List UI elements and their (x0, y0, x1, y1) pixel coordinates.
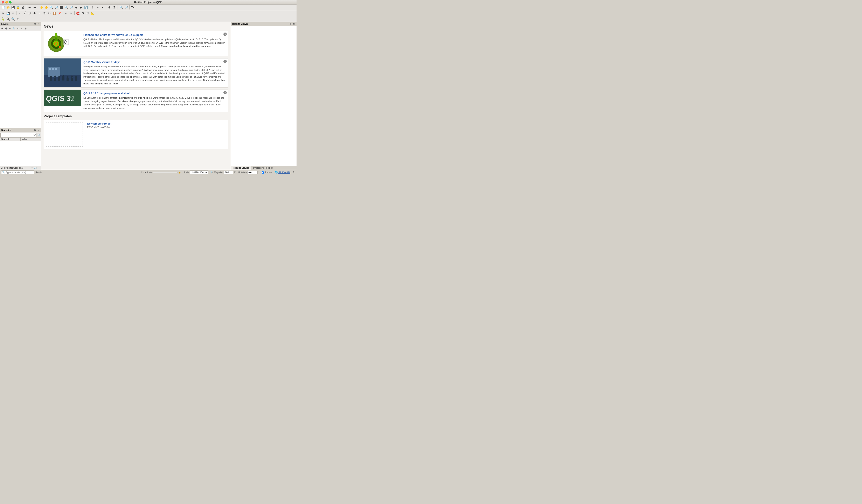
save-project-button[interactable]: 💾 (11, 5, 15, 10)
svg-rect-12 (52, 68, 54, 70)
pan-map-button[interactable]: 🖐 (44, 5, 49, 10)
locator-bar[interactable]: 🔍 (1, 171, 34, 174)
stats-reset-icon[interactable]: ↩ (30, 167, 33, 169)
new-project-button[interactable]: 📄 (1, 5, 5, 10)
save-edits[interactable]: 💾 (6, 11, 10, 15)
zoom-in-button[interactable]: 🔍 (49, 5, 54, 10)
open-project-button[interactable]: 📂 (6, 5, 10, 10)
zoom-last-button[interactable]: ◀ (74, 5, 78, 10)
edit-icon[interactable]: ✏ (16, 17, 20, 21)
stats-close-icon[interactable]: ✕ (37, 129, 40, 132)
magnifier-input[interactable] (224, 171, 233, 174)
tab-processing-toolbox[interactable]: Processing Toolbox (251, 166, 275, 170)
undo-button[interactable]: ↩ (27, 5, 32, 10)
cut-features[interactable]: ✂ (47, 11, 52, 15)
svg-text:QGIS 3.: QGIS 3. (46, 94, 73, 103)
layers-close-icon[interactable]: ✕ (37, 23, 40, 25)
statistics-content (0, 141, 41, 166)
tab-results-viewer[interactable]: Results Viewer (231, 166, 251, 170)
news-item-3[interactable]: QGIS 3. 1 QGIS 3.14 Changelog now availa… (44, 90, 228, 112)
coordinate-icon[interactable]: 🔒 (178, 171, 181, 174)
stats-layer-select[interactable] (0, 133, 37, 137)
maximize-button[interactable] (9, 1, 12, 3)
manage-layer[interactable]: ⚙ (8, 27, 12, 30)
snapping-options[interactable]: ⚙ (80, 11, 85, 15)
add-group[interactable]: ➕ (4, 27, 8, 30)
minimize-button[interactable] (5, 1, 8, 3)
magnifier-label: Magnifier (214, 171, 223, 174)
advanced-dig[interactable]: 📐 (90, 11, 95, 15)
node-tool[interactable]: ⬦ (37, 11, 42, 15)
digitize-shape[interactable]: ⬠ (86, 11, 90, 15)
stats-minus-icon[interactable]: — (37, 167, 40, 169)
zoom-button[interactable]: 🔎 (124, 5, 128, 10)
search-icon[interactable]: 🔍 (11, 17, 15, 21)
remove-layer[interactable]: 🗑 (24, 27, 28, 30)
python-console[interactable]: 🐍 (1, 17, 5, 21)
plugin-manager[interactable]: 🔌 (6, 17, 10, 21)
template-name-1: New Empty Project (87, 122, 112, 125)
rollback-edits[interactable]: ↩ (11, 11, 15, 15)
svg-point-16 (58, 76, 60, 78)
rotation-input[interactable] (247, 171, 258, 174)
template-item-1[interactable]: New Empty Project EPSG:4326 - WGS 84 (44, 120, 228, 149)
zoom-layer-button[interactable]: 🔍 (64, 5, 68, 10)
stats-button[interactable]: Σ (112, 5, 117, 10)
news-container[interactable]: News (41, 22, 231, 170)
move-feature[interactable]: ✚ (32, 11, 37, 15)
stats-refresh-icon[interactable]: 🔄 (37, 133, 41, 137)
paste-features[interactable]: 📌 (57, 11, 62, 15)
snapping-toggle[interactable]: 🧲 (76, 11, 80, 15)
svg-point-4 (59, 46, 61, 48)
text-button[interactable]: T▾ (131, 5, 135, 10)
zoom-selection-button[interactable]: ⬛ (59, 5, 63, 10)
render-checkbox[interactable] (262, 171, 264, 174)
zoom-full-button[interactable]: 🔎 (69, 5, 73, 10)
settings-button[interactable]: ⚙ (107, 5, 112, 10)
select-button[interactable]: ↗ (95, 5, 100, 10)
print-button[interactable]: 🖨 (21, 5, 25, 10)
locator-input[interactable] (6, 171, 35, 174)
delete-selected[interactable]: 🗑 (42, 11, 47, 15)
copy-features[interactable]: 📋 (52, 11, 57, 15)
scale-select[interactable]: 1:44781436 (190, 171, 208, 174)
magnifier-percent: % (234, 171, 236, 174)
layers-content (0, 31, 41, 128)
close-button[interactable] (2, 1, 4, 3)
news-item-1[interactable]: Q Planned end of life for Windows 32-Bit… (44, 31, 228, 56)
redo-button[interactable]: ↪ (32, 5, 37, 10)
undo-edit[interactable]: ↩ (64, 11, 68, 15)
collapse-all[interactable]: ▲ (20, 27, 24, 30)
coordinate-value[interactable] (153, 172, 178, 173)
add-point[interactable]: • (17, 11, 22, 15)
layers-float-icon[interactable]: ⧉ (34, 23, 36, 25)
search-button[interactable]: 🔍 (119, 5, 123, 10)
redo-edit[interactable]: ↪ (69, 11, 73, 15)
message-log-icon[interactable]: ⚠ (291, 171, 295, 174)
add-polygon[interactable]: ⬡ (27, 11, 32, 15)
news-item-2[interactable]: QGIS Monthly Virtual Fridays! Have you b… (44, 58, 228, 88)
results-close-icon[interactable]: ✕ (292, 23, 295, 25)
refresh-button[interactable]: 🔄 (83, 5, 88, 10)
left-panel: Layers ⧉ ✕ 👁 ➕ ⚙ 🔍 ▼ ▲ 🗑 Statistics ⧉ ✕ (0, 22, 41, 170)
edit-toggle[interactable]: ✏ (1, 11, 5, 15)
save-as-button[interactable]: 🔒 (16, 5, 20, 10)
news-close-3[interactable]: ✕ (223, 91, 227, 94)
open-layer-style[interactable]: 👁 (0, 27, 4, 30)
filter-layers[interactable]: 🔍 (12, 27, 16, 30)
deselect-button[interactable]: ✕ (100, 5, 105, 10)
stats-float-icon[interactable]: ⧉ (34, 129, 36, 132)
epsg-item[interactable]: 🌐 EPSG:4326 (275, 171, 290, 174)
news-close-2[interactable]: ✕ (223, 60, 227, 63)
zoom-next-button[interactable]: ▶ (79, 5, 83, 10)
expand-all[interactable]: ▼ (16, 27, 20, 30)
news-close-1[interactable]: ✕ (223, 32, 227, 36)
add-line[interactable]: ╱ (23, 11, 27, 15)
results-float-icon[interactable]: ⧉ (289, 23, 292, 25)
zoom-out-button[interactable]: 🔎 (54, 5, 58, 10)
pan-tool[interactable]: ✋ (39, 5, 44, 10)
results-viewer-title: Results Viewer (232, 23, 248, 25)
stats-sync-icon[interactable]: 🔄 (34, 167, 37, 169)
sep6 (129, 5, 130, 10)
identify-button[interactable]: ℹ (90, 5, 95, 10)
